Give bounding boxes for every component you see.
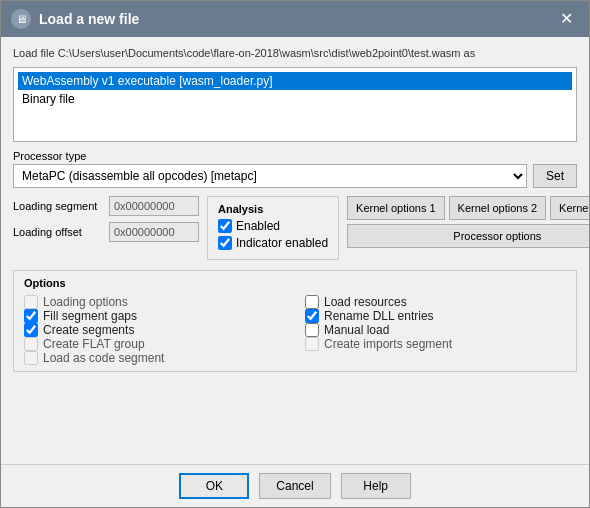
analysis-indicator-row: Indicator enabled (218, 236, 328, 250)
opt-load-as-code: Load as code segment (24, 351, 285, 365)
options-group: Options Loading options Fill segment gap… (13, 270, 577, 372)
manual-load-checkbox[interactable] (305, 323, 319, 337)
file-list-item-wasm[interactable]: WebAssembly v1 executable [wasm_loader.p… (18, 72, 572, 90)
opt-load-resources: Load resources (305, 295, 566, 309)
middle-section: Loading segment Loading offset Analysis … (13, 196, 577, 260)
ok-button[interactable]: OK (179, 473, 249, 499)
analysis-title: Analysis (218, 203, 328, 215)
loading-segment-row: Loading segment (13, 196, 199, 216)
close-button[interactable]: ✕ (554, 9, 579, 29)
loading-offset-input[interactable] (109, 222, 199, 242)
kernel-options-1-button[interactable]: Kernel options 1 (347, 196, 445, 220)
load-as-code-checkbox[interactable] (24, 351, 38, 365)
load-as-code-label: Load as code segment (43, 351, 164, 365)
loading-offset-row: Loading offset (13, 222, 199, 242)
processor-type-section: Processor type MetaPC (disassemble all o… (13, 150, 577, 188)
analysis-enabled-row: Enabled (218, 219, 328, 233)
options-right-col: Load resources Rename DLL entries Manual… (305, 295, 566, 365)
fill-segment-gaps-label: Fill segment gaps (43, 309, 137, 323)
manual-load-label: Manual load (324, 323, 389, 337)
dialog-title: Load a new file (39, 11, 139, 27)
load-resources-label: Load resources (324, 295, 407, 309)
file-list: WebAssembly v1 executable [wasm_loader.p… (13, 67, 577, 142)
opt-loading-options: Loading options (24, 295, 285, 309)
rename-dll-entries-checkbox[interactable] (305, 309, 319, 323)
options-title: Options (24, 277, 566, 289)
kernel-options-2-button[interactable]: Kernel options 2 (449, 196, 547, 220)
opt-fill-segment-gaps: Fill segment gaps (24, 309, 285, 323)
rename-dll-entries-label: Rename DLL entries (324, 309, 434, 323)
loading-segment-label: Loading segment (13, 200, 103, 212)
processor-type-row: MetaPC (disassemble all opcodes) [metapc… (13, 164, 577, 188)
opt-rename-dll-entries: Rename DLL entries (305, 309, 566, 323)
analysis-enabled-label: Enabled (236, 219, 280, 233)
opt-create-segments: Create segments (24, 323, 285, 337)
loading-segment-input[interactable] (109, 196, 199, 216)
create-segments-label: Create segments (43, 323, 134, 337)
dialog-footer: OK Cancel Help (1, 464, 589, 507)
create-flat-group-label: Create FLAT group (43, 337, 145, 351)
file-path-label: Load file C:\Users\user\Documents\code\f… (13, 47, 577, 59)
processor-type-label: Processor type (13, 150, 577, 162)
load-resources-checkbox[interactable] (305, 295, 319, 309)
analysis-indicator-checkbox[interactable] (218, 236, 232, 250)
create-imports-label: Create imports segment (324, 337, 452, 351)
options-left-col: Loading options Fill segment gaps Create… (24, 295, 285, 365)
kernel-options-3-button[interactable]: Kernel options 3 (550, 196, 589, 220)
create-imports-checkbox[interactable] (305, 337, 319, 351)
analysis-section: Analysis Enabled Indicator enabled (207, 196, 339, 260)
opt-create-flat-group: Create FLAT group (24, 337, 285, 351)
loading-offset-label: Loading offset (13, 226, 103, 238)
right-col: Kernel options 1 Kernel options 2 Kernel… (347, 196, 589, 248)
opt-create-imports: Create imports segment (305, 337, 566, 351)
analysis-indicator-label: Indicator enabled (236, 236, 328, 250)
processor-type-select[interactable]: MetaPC (disassemble all opcodes) [metapc… (13, 164, 527, 188)
help-button[interactable]: Help (341, 473, 411, 499)
opt-manual-load: Manual load (305, 323, 566, 337)
dialog-icon: 🖥 (11, 9, 31, 29)
dialog-body: Load file C:\Users\user\Documents\code\f… (1, 37, 589, 464)
processor-options-button[interactable]: Processor options (347, 224, 589, 248)
cancel-button[interactable]: Cancel (259, 473, 330, 499)
kernel-buttons-row: Kernel options 1 Kernel options 2 Kernel… (347, 196, 589, 220)
set-button[interactable]: Set (533, 164, 577, 188)
load-new-file-dialog: 🖥 Load a new file ✕ Load file C:\Users\u… (0, 0, 590, 508)
fill-segment-gaps-checkbox[interactable] (24, 309, 38, 323)
analysis-enabled-checkbox[interactable] (218, 219, 232, 233)
loading-options-checkbox[interactable] (24, 295, 38, 309)
title-bar: 🖥 Load a new file ✕ (1, 1, 589, 37)
title-bar-left: 🖥 Load a new file (11, 9, 139, 29)
options-grid: Loading options Fill segment gaps Create… (24, 295, 566, 365)
loading-options-label: Loading options (43, 295, 128, 309)
create-flat-group-checkbox[interactable] (24, 337, 38, 351)
loading-fields: Loading segment Loading offset (13, 196, 199, 242)
create-segments-checkbox[interactable] (24, 323, 38, 337)
file-list-item-binary[interactable]: Binary file (18, 90, 572, 108)
